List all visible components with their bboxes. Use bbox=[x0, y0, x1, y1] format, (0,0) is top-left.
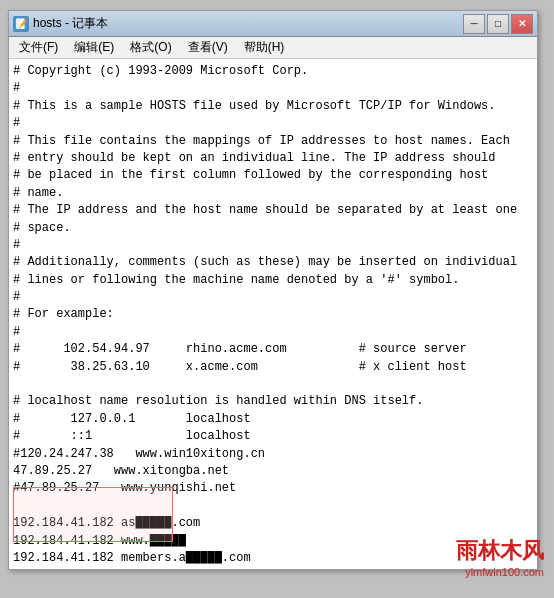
app-icon: 📝 bbox=[13, 16, 29, 32]
maximize-button[interactable]: □ bbox=[487, 14, 509, 34]
watermark-cn: 雨林木风 bbox=[456, 536, 544, 566]
menubar: 文件(F) 编辑(E) 格式(O) 查看(V) 帮助(H) bbox=[9, 37, 537, 59]
watermark: 雨林木风 ylmfwin100.com bbox=[456, 536, 544, 578]
close-button[interactable]: ✕ bbox=[511, 14, 533, 34]
menu-view[interactable]: 查看(V) bbox=[180, 37, 236, 58]
watermark-en: ylmfwin100.com bbox=[456, 566, 544, 578]
menu-edit[interactable]: 编辑(E) bbox=[66, 37, 122, 58]
window-controls: ─ □ ✕ bbox=[463, 14, 533, 34]
text-editor[interactable]: # Copyright (c) 1993-2009 Microsoft Corp… bbox=[9, 59, 537, 569]
minimize-button[interactable]: ─ bbox=[463, 14, 485, 34]
titlebar-left: 📝 hosts - 记事本 bbox=[13, 15, 108, 32]
content-area: # Copyright (c) 1993-2009 Microsoft Corp… bbox=[9, 59, 537, 569]
titlebar: 📝 hosts - 记事本 ─ □ ✕ bbox=[9, 11, 537, 37]
menu-file[interactable]: 文件(F) bbox=[11, 37, 66, 58]
menu-format[interactable]: 格式(O) bbox=[122, 37, 179, 58]
notepad-window: 📝 hosts - 记事本 ─ □ ✕ 文件(F) 编辑(E) 格式(O) 查看… bbox=[8, 10, 538, 570]
window-title: hosts - 记事本 bbox=[33, 15, 108, 32]
menu-help[interactable]: 帮助(H) bbox=[236, 37, 293, 58]
